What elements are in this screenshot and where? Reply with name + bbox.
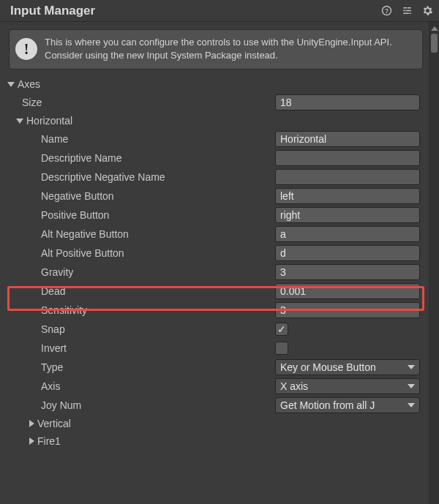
- foldout-vertical[interactable]: Vertical: [3, 415, 433, 432]
- prop-label: Negative Button: [3, 190, 275, 202]
- negative-button-input[interactable]: [275, 188, 420, 204]
- row-name: Name: [3, 129, 433, 148]
- size-label: Size: [3, 97, 275, 108]
- axis-select-value: X axis: [280, 380, 308, 392]
- collapsed-axis-label: Fire1: [37, 435, 61, 447]
- prop-label: Joy Num: [3, 399, 275, 411]
- row-dead: Dead: [3, 282, 433, 301]
- sensitivity-input[interactable]: [275, 302, 420, 318]
- prop-label: Type: [3, 361, 275, 373]
- gravity-input[interactable]: [275, 264, 420, 280]
- axes-label: Axes: [18, 78, 40, 90]
- descriptive-name-input[interactable]: [275, 150, 420, 166]
- row-invert: Invert: [3, 339, 433, 358]
- joy-num-select[interactable]: Get Motion from all J: [275, 397, 420, 413]
- foldout-horizontal[interactable]: Horizontal: [3, 112, 433, 129]
- row-size: Size: [3, 93, 433, 112]
- prop-label: Name: [3, 133, 275, 145]
- prop-label: Descriptive Name: [3, 152, 275, 164]
- prop-label: Positive Button: [3, 209, 275, 221]
- row-alt-positive-button: Alt Positive Button: [3, 244, 433, 263]
- row-axis: Axis X axis: [3, 377, 433, 396]
- row-joy-num: Joy Num Get Motion from all J: [3, 396, 433, 415]
- collapsed-axis-label: Vertical: [37, 418, 71, 429]
- name-input[interactable]: [275, 131, 420, 147]
- row-alt-negative-button: Alt Negative Button: [3, 225, 433, 244]
- help-icon[interactable]: ?: [380, 5, 392, 17]
- alt-negative-button-input[interactable]: [275, 226, 420, 242]
- row-snap: Snap ✓: [3, 320, 433, 339]
- horizontal-label: Horizontal: [26, 115, 72, 127]
- prop-label: Dead: [3, 285, 275, 297]
- snap-checkbox[interactable]: ✓: [275, 323, 288, 336]
- title-icons: ?: [380, 5, 433, 17]
- alt-positive-button-input[interactable]: [275, 245, 420, 261]
- descriptive-negative-name-input[interactable]: [275, 169, 420, 185]
- prop-label: Axis: [3, 380, 275, 392]
- dead-input[interactable]: [275, 283, 420, 299]
- positive-button-input[interactable]: [275, 207, 420, 223]
- chevron-down-icon: [7, 82, 15, 87]
- row-gravity: Gravity: [3, 263, 433, 282]
- svg-text:?: ?: [384, 7, 388, 15]
- chevron-right-icon: [29, 420, 34, 427]
- axis-select[interactable]: X axis: [275, 378, 420, 394]
- chevron-down-icon: [16, 119, 23, 124]
- invert-checkbox[interactable]: [275, 342, 288, 355]
- prop-label: Sensitivity: [3, 304, 275, 316]
- prop-label: Alt Positive Button: [3, 247, 275, 259]
- row-descriptive-negative-name: Descriptive Negative Name: [3, 168, 433, 187]
- prop-label: Snap: [3, 323, 275, 335]
- row-positive-button: Positive Button: [3, 206, 433, 225]
- row-sensitivity: Sensitivity: [3, 301, 433, 320]
- chevron-right-icon: [29, 437, 34, 445]
- info-text: This is where you can configure the cont…: [45, 36, 415, 61]
- panel-title: Input Manager: [10, 4, 380, 18]
- foldout-axes[interactable]: Axes: [3, 75, 433, 93]
- presets-icon[interactable]: [401, 5, 413, 17]
- prop-label: Descriptive Negative Name: [3, 171, 275, 183]
- joy-num-select-value: Get Motion from all J: [280, 399, 375, 411]
- prop-label: Alt Negative Button: [3, 228, 275, 240]
- info-box: ! This is where you can configure the co…: [9, 29, 423, 69]
- foldout-fire1[interactable]: Fire1: [3, 432, 433, 450]
- prop-label: Invert: [3, 342, 275, 354]
- content: ! This is where you can configure the co…: [0, 22, 439, 450]
- type-select[interactable]: Key or Mouse Button: [275, 359, 420, 375]
- prop-label: Gravity: [3, 266, 275, 278]
- type-select-value: Key or Mouse Button: [280, 361, 376, 373]
- info-icon: !: [15, 38, 37, 60]
- titlebar: Input Manager ?: [0, 0, 439, 22]
- gear-icon[interactable]: [421, 5, 433, 17]
- row-type: Type Key or Mouse Button: [3, 358, 433, 377]
- size-input[interactable]: [275, 94, 420, 110]
- row-negative-button: Negative Button: [3, 187, 433, 206]
- row-descriptive-name: Descriptive Name: [3, 148, 433, 168]
